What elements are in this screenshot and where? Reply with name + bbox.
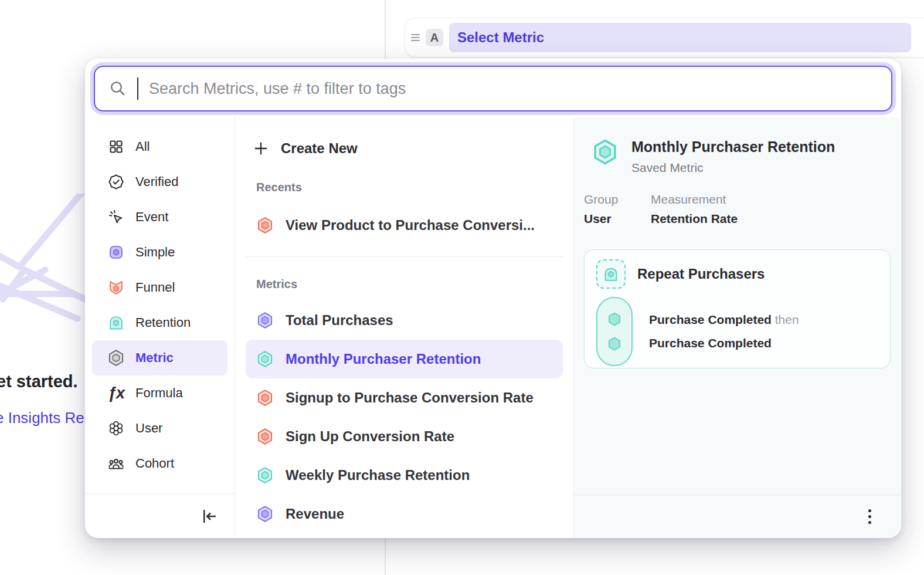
retention-icon	[107, 314, 125, 332]
grid-icon	[107, 138, 125, 155]
more-options-icon[interactable]	[865, 506, 875, 527]
metric-item-monthly-purchaser-retention[interactable]: Monthly Purchaser Retention	[246, 340, 563, 378]
metric-item-label: Monthly Purchaser Retention	[286, 351, 481, 367]
sidebar-item-simple[interactable]: Simple	[92, 235, 227, 270]
funnel-step-1: Purchase Completed then	[649, 313, 799, 327]
search-icon	[109, 80, 127, 97]
sidebar-item-retention[interactable]: Retention	[92, 305, 227, 340]
insights-report-link[interactable]: e Insights Re	[0, 409, 84, 427]
create-new-button[interactable]: Create New	[235, 133, 573, 164]
metric-item-revenue[interactable]: Revenue	[246, 495, 563, 533]
sidebar-item-label: User	[135, 421, 162, 436]
metric-item-label: Revenue	[286, 506, 344, 522]
metric-item-label: Signup to Purchase Conversion Rate	[286, 390, 534, 406]
metric-item-label: Weekly Purchase Retention	[286, 467, 470, 483]
sidebar-item-formula[interactable]: ƒx Formula	[92, 376, 227, 411]
cursor-click-icon	[107, 208, 125, 226]
sidebar-item-label: Formula	[135, 385, 183, 401]
create-new-label: Create New	[281, 140, 358, 157]
simple-metric-icon	[107, 243, 125, 261]
sidebar-item-verified[interactable]: Verified	[92, 164, 227, 199]
recent-metric-item[interactable]: View Product to Purchase Conversi...	[246, 207, 563, 244]
group-value: User	[584, 212, 637, 226]
get-started-text: et started.	[0, 372, 78, 391]
funnel-metric-icon	[256, 217, 274, 234]
select-metric-label: Select Metric	[457, 29, 544, 46]
metric-item-weekly-purchase-retention[interactable]: Weekly Purchase Retention	[246, 456, 563, 495]
metric-detail-panel: Monthly Purchaser Retention Saved Metric…	[573, 117, 901, 538]
retention-metric-icon	[256, 350, 274, 368]
funnel-icon	[107, 279, 125, 296]
plus-icon	[253, 140, 269, 157]
repeat-purchasers-title: Repeat Purchasers	[637, 266, 765, 282]
retention-metric-icon	[256, 466, 274, 484]
text-cursor	[137, 77, 138, 100]
repeat-purchasers-icon	[596, 259, 626, 289]
detail-title: Monthly Purchaser Retention	[631, 138, 835, 155]
metric-item-signup-to-purchase-conversion[interactable]: Signup to Purchase Conversion Rate	[246, 378, 563, 417]
sidebar-item-label: Verified	[135, 174, 178, 190]
sidebar-item-all[interactable]: All	[92, 129, 227, 164]
metric-detail-icon	[592, 138, 619, 165]
verified-badge-icon	[107, 173, 125, 191]
sidebar-item-funnel[interactable]: Funnel	[92, 270, 227, 305]
sidebar-item-cohort[interactable]: Cohort	[92, 446, 227, 481]
metrics-heading: Metrics	[235, 276, 573, 292]
funnel-metric-icon	[256, 389, 274, 407]
group-label: Group	[584, 192, 637, 207]
funnel-step-2: Purchase Completed	[649, 336, 799, 350]
measurement-label: Measurement	[651, 192, 738, 207]
simple-metric-icon	[256, 505, 274, 523]
simple-metric-icon	[256, 312, 274, 329]
select-metric-field[interactable]: Select Metric	[449, 23, 911, 52]
drag-handle-icon[interactable]	[411, 34, 420, 41]
sidebar-item-label: Event	[135, 209, 168, 225]
series-a-badge: A	[426, 29, 443, 46]
funnel-metric-icon	[256, 428, 274, 445]
detail-subtitle: Saved Metric	[631, 161, 835, 175]
metric-picker-modal: All Verified	[85, 59, 901, 538]
formula-icon: ƒx	[107, 384, 125, 402]
metric-list-panel: Create New Recents View Product to Purch…	[235, 117, 573, 538]
metric-query-row: A Select Metric	[405, 18, 924, 58]
sidebar-item-label: Metric	[135, 350, 174, 366]
collapse-sidebar-icon[interactable]	[201, 508, 218, 525]
step-hexagon-icon	[606, 336, 623, 352]
recent-metric-label: View Product to Purchase Conversi...	[286, 217, 535, 234]
filter-sidebar: All Verified	[85, 117, 235, 538]
repeat-purchasers-card: Repeat Purchasers Purchase Completed	[584, 249, 891, 368]
metric-hexagon-icon	[107, 349, 125, 367]
step-hexagon-icon	[606, 311, 623, 327]
measurement-value: Retention Rate	[651, 212, 738, 226]
sidebar-item-label: Cohort	[135, 456, 174, 471]
sidebar-item-label: Retention	[135, 315, 191, 330]
sidebar-item-label: Funnel	[135, 280, 175, 295]
sidebar-item-metric[interactable]: Metric	[92, 340, 227, 376]
search-input[interactable]	[149, 80, 891, 98]
metric-item-sign-up-conversion-rate[interactable]: Sign Up Conversion Rate	[246, 417, 563, 456]
sidebar-item-event[interactable]: Event	[92, 199, 227, 235]
list-divider	[246, 256, 563, 257]
metric-item-total-purchases[interactable]: Total Purchases	[246, 301, 563, 340]
sidebar-item-label: All	[135, 139, 150, 154]
then-connector: then	[775, 313, 799, 326]
search-field-container[interactable]	[94, 66, 892, 111]
metric-item-label: Sign Up Conversion Rate	[286, 428, 454, 445]
cohort-icon	[107, 455, 125, 472]
recents-heading: Recents	[235, 180, 573, 195]
metric-item-label: Total Purchases	[286, 312, 393, 329]
sidebar-item-user[interactable]: User	[92, 411, 227, 446]
sidebar-item-label: Simple	[135, 245, 175, 260]
funnel-steps-capsule	[596, 297, 633, 366]
user-cluster-icon	[107, 420, 125, 437]
